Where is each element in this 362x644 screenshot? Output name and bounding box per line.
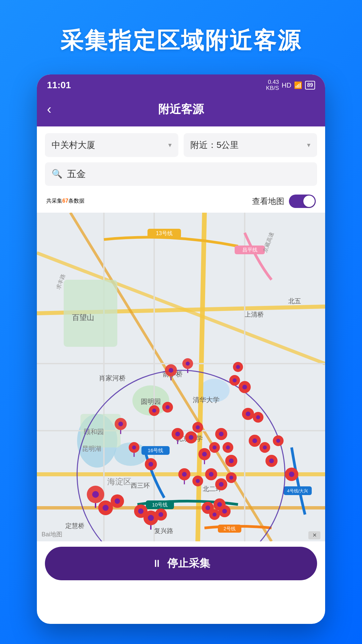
svg-text:4号线/大兴: 4号线/大兴 bbox=[287, 488, 308, 493]
svg-text:16号线: 16号线 bbox=[148, 447, 164, 453]
range-label: 附近：5公里 bbox=[190, 139, 239, 151]
svg-text:上清桥: 上清桥 bbox=[245, 311, 264, 318]
svg-point-87 bbox=[263, 445, 267, 449]
svg-text:北五: 北五 bbox=[288, 298, 301, 305]
stats-count: 67 bbox=[62, 198, 68, 204]
svg-point-116 bbox=[159, 512, 163, 517]
location-arrow: ▾ bbox=[168, 141, 172, 149]
svg-text:2号线: 2号线 bbox=[224, 526, 236, 531]
stop-button-label: 停止采集 bbox=[167, 556, 210, 571]
svg-point-61 bbox=[233, 378, 237, 382]
svg-point-91 bbox=[276, 439, 280, 443]
app-header: ‹ 附近客源 bbox=[37, 95, 325, 126]
range-arrow: ▾ bbox=[307, 141, 310, 149]
svg-text:13号线: 13号线 bbox=[156, 230, 173, 236]
svg-point-111 bbox=[138, 508, 143, 514]
range-dropdown[interactable]: 附近：5公里 ▾ bbox=[184, 133, 317, 157]
phone-frame: 11:01 0.43KB/S HD 📶 89 ‹ 附近客源 中关村大厦 ▾ 附近… bbox=[37, 74, 325, 624]
svg-point-130 bbox=[148, 462, 153, 467]
svg-point-98 bbox=[209, 472, 214, 477]
svg-point-70 bbox=[189, 435, 193, 440]
stop-collect-button[interactable]: ⏸ 停止采集 bbox=[45, 547, 317, 580]
location-dropdown[interactable]: 中关村大厦 ▾ bbox=[45, 133, 178, 157]
svg-text:清华大学: 清华大学 bbox=[193, 396, 220, 404]
page-title: 附近客源 bbox=[158, 102, 204, 117]
stats-row: 共采集67条数据 查看地图 bbox=[45, 191, 317, 213]
svg-point-65 bbox=[236, 365, 240, 369]
svg-text:✕: ✕ bbox=[312, 532, 317, 538]
svg-point-120 bbox=[217, 502, 222, 507]
map-label: 查看地图 bbox=[252, 196, 284, 207]
svg-text:颐和园: 颐和园 bbox=[84, 428, 104, 435]
status-time: 11:01 bbox=[47, 80, 71, 91]
bottom-bar: ⏸ 停止采集 bbox=[37, 541, 325, 587]
svg-point-100 bbox=[219, 482, 224, 487]
search-box[interactable]: 🔍 五金 bbox=[45, 162, 317, 186]
svg-point-77 bbox=[213, 445, 217, 449]
svg-point-109 bbox=[115, 498, 120, 504]
svg-point-67 bbox=[175, 432, 180, 436]
svg-point-132 bbox=[246, 412, 250, 416]
svg-text:海淀区: 海淀区 bbox=[107, 477, 131, 486]
svg-point-104 bbox=[92, 491, 99, 498]
svg-point-72 bbox=[196, 425, 200, 429]
status-hd: HD bbox=[282, 82, 291, 89]
search-icon: 🔍 bbox=[52, 169, 62, 179]
svg-point-102 bbox=[229, 476, 233, 480]
dropdowns-row: 中关村大厦 ▾ 附近：5公里 ▾ bbox=[45, 133, 317, 157]
svg-point-128 bbox=[166, 405, 170, 409]
svg-point-49 bbox=[169, 368, 173, 373]
svg-point-134 bbox=[256, 415, 260, 419]
svg-text:复兴路: 复兴路 bbox=[154, 527, 173, 534]
svg-point-52 bbox=[186, 362, 190, 366]
svg-point-96 bbox=[196, 479, 200, 483]
map-toggle-area: 查看地图 bbox=[252, 195, 316, 208]
svg-point-122 bbox=[213, 513, 217, 517]
status-bar: 11:01 0.43KB/S HD 📶 89 bbox=[37, 74, 325, 95]
svg-text:圆明园: 圆明园 bbox=[141, 398, 161, 405]
svg-point-89 bbox=[269, 459, 274, 463]
status-battery: 89 bbox=[305, 81, 315, 90]
svg-text:肖家河桥: 肖家河桥 bbox=[99, 374, 126, 382]
svg-point-81 bbox=[226, 445, 230, 449]
svg-point-126 bbox=[152, 409, 156, 413]
stats-prefix: 共采集 bbox=[46, 198, 62, 204]
hero-title: 采集指定区域附近客源 bbox=[40, 0, 322, 74]
status-signal: 📶 bbox=[294, 81, 302, 89]
svg-point-74 bbox=[202, 452, 207, 457]
svg-point-107 bbox=[103, 505, 109, 511]
status-icons: 0.43KB/S HD 📶 89 bbox=[266, 79, 315, 92]
svg-text:昌平线: 昌平线 bbox=[242, 247, 257, 253]
svg-text:定慧桥: 定慧桥 bbox=[65, 522, 84, 529]
svg-point-85 bbox=[252, 438, 257, 443]
pause-icon: ⏸ bbox=[152, 558, 162, 569]
svg-text:昆明湖: 昆明湖 bbox=[82, 445, 101, 452]
svg-point-83 bbox=[229, 459, 234, 463]
stats-suffix: 条数据 bbox=[68, 198, 84, 204]
toggle-knob bbox=[303, 196, 315, 207]
svg-point-58 bbox=[132, 445, 136, 449]
svg-text:Bai地图: Bai地图 bbox=[42, 531, 62, 538]
back-button[interactable]: ‹ bbox=[47, 102, 51, 117]
controls-area: 中关村大厦 ▾ 附近：5公里 ▾ 🔍 五金 共采集67条数据 查看地图 bbox=[37, 126, 325, 213]
svg-point-55 bbox=[118, 422, 123, 426]
stats-text: 共采集67条数据 bbox=[46, 198, 84, 205]
svg-point-79 bbox=[219, 432, 224, 436]
svg-text:百望山: 百望山 bbox=[72, 313, 94, 322]
svg-point-93 bbox=[182, 472, 187, 477]
svg-point-63 bbox=[242, 385, 247, 389]
location-label: 中关村大厦 bbox=[52, 139, 95, 151]
svg-text:10号线: 10号线 bbox=[152, 502, 168, 507]
svg-point-113 bbox=[148, 515, 154, 521]
svg-point-118 bbox=[205, 505, 210, 510]
status-speed: 0.43KB/S bbox=[266, 79, 279, 92]
svg-point-136 bbox=[289, 472, 294, 477]
search-input[interactable]: 五金 bbox=[67, 168, 310, 180]
map-view-toggle[interactable] bbox=[289, 195, 316, 208]
svg-text:西三环: 西三环 bbox=[131, 482, 150, 489]
map-area: 13号线 昌平线 16号线 10号线 4号线/大兴 2号线 百望山 肖家河桥 圆… bbox=[37, 213, 325, 541]
svg-point-124 bbox=[222, 509, 227, 514]
